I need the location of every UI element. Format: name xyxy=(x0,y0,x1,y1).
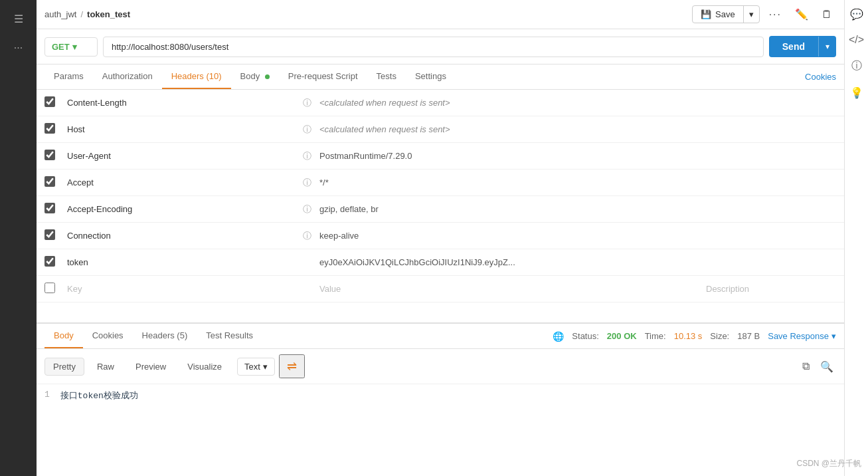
format-tabs: Pretty Raw Preview Visualize Text ▾ ⇌ ⧉ … xyxy=(37,349,844,384)
time-value: 10.13 s xyxy=(674,331,703,341)
response-meta: 🌐 Status: 200 OK Time: 10.13 s Size: 187… xyxy=(553,331,836,342)
comment-panel-icon[interactable]: 💬 xyxy=(847,5,866,23)
header-checkbox-user-agent[interactable] xyxy=(44,150,64,162)
info-icon-content-length: ⓘ xyxy=(297,97,317,109)
watermark: CSDN @兰丹千帆 xyxy=(796,458,861,469)
line-number-1: 1 xyxy=(44,390,50,400)
header-key-connection: Connection xyxy=(64,225,297,246)
headers-table: Content-Length ⓘ <calculated when reques… xyxy=(37,90,844,323)
format-tab-preview[interactable]: Preview xyxy=(127,358,175,376)
size-label: Size: xyxy=(710,331,729,341)
method-select[interactable]: GET ▾ xyxy=(44,37,98,57)
format-tab-visualize[interactable]: Visualize xyxy=(179,358,230,376)
header-value-token: eyJ0eXAiOiJKV1QiLCJhbGciOiJIUzI1NiJ9.eyJ… xyxy=(317,252,836,273)
tab-prerequest[interactable]: Pre-request Script xyxy=(279,64,367,89)
info-icon-accept-encoding: ⓘ xyxy=(297,203,317,215)
topbar: auth_jwt / token_test 💾 Save ▾ ··· ✏️ 🗒 xyxy=(37,0,844,29)
send-label[interactable]: Send xyxy=(769,36,818,57)
line-numbers: 1 xyxy=(44,390,50,471)
search-button[interactable]: 🔍 xyxy=(818,358,836,376)
right-panel: 💬 </> ⓘ 💡 xyxy=(844,0,868,476)
header-row-host: Host ⓘ <calculated when request is sent> xyxy=(37,116,844,143)
edit-icon-button[interactable]: ✏️ xyxy=(791,5,812,23)
response-tab-headers[interactable]: Headers (5) xyxy=(133,324,197,348)
breadcrumb-current: token_test xyxy=(87,9,130,19)
header-checkbox-accept-encoding[interactable] xyxy=(44,203,64,215)
response-tabs: Body Cookies Headers (5) Test Results 🌐 … xyxy=(37,324,844,349)
header-row-empty: Key Value Description xyxy=(37,276,844,302)
save-response-label: Save Response xyxy=(768,331,829,341)
left-sidebar: ☰ ··· xyxy=(0,0,37,476)
send-dropdown-arrow[interactable]: ▾ xyxy=(818,37,836,57)
method-label: GET xyxy=(52,42,70,52)
header-value-empty: Value xyxy=(317,279,703,299)
save-main-area[interactable]: 💾 Save xyxy=(693,6,744,23)
header-value-placeholder[interactable]: Value xyxy=(319,284,341,294)
save-disk-icon: 💾 xyxy=(701,9,711,19)
header-value-accept-encoding: gzip, deflate, br xyxy=(317,199,836,219)
header-key-empty[interactable]: Key xyxy=(64,279,297,299)
body-active-dot xyxy=(265,74,270,79)
breadcrumb-parent: auth_jwt xyxy=(44,9,76,19)
format-tab-pretty[interactable]: Pretty xyxy=(44,358,84,376)
info-panel-icon[interactable]: ⓘ xyxy=(849,57,865,76)
header-checkbox-content-length[interactable] xyxy=(44,96,64,109)
sidebar-dots-icon[interactable]: ··· xyxy=(7,36,31,60)
breadcrumb: auth_jwt / token_test xyxy=(44,9,130,19)
method-arrow: ▾ xyxy=(72,42,77,52)
response-tab-body[interactable]: Body xyxy=(44,324,83,348)
save-button[interactable]: 💾 Save ▾ xyxy=(692,5,760,23)
info-icon-host: ⓘ xyxy=(297,124,317,136)
globe-icon: 🌐 xyxy=(553,331,564,342)
response-body: 1 接口token校验成功 xyxy=(37,384,844,476)
header-value-host: <calculated when request is sent> xyxy=(317,119,836,140)
header-value-user-agent: PostmanRuntime/7.29.0 xyxy=(317,146,836,166)
header-row-connection: Connection ⓘ keep-alive xyxy=(37,223,844,249)
info-icon-user-agent: ⓘ xyxy=(297,150,317,162)
header-row-accept: Accept ⓘ */* xyxy=(37,170,844,196)
header-value-connection: keep-alive xyxy=(317,225,836,246)
url-input[interactable] xyxy=(103,37,764,57)
cookies-button[interactable]: Cookies xyxy=(805,65,836,88)
sidebar-menu-icon[interactable]: ☰ xyxy=(7,7,31,31)
info-icon-accept: ⓘ xyxy=(297,177,317,189)
code-panel-icon[interactable]: </> xyxy=(846,31,867,49)
response-tab-test-results[interactable]: Test Results xyxy=(197,324,262,348)
main-content: auth_jwt / token_test 💾 Save ▾ ··· ✏️ 🗒 … xyxy=(37,0,844,476)
url-bar: GET ▾ Send ▾ xyxy=(37,29,844,64)
text-type-dropdown[interactable]: Text ▾ xyxy=(237,358,275,376)
header-checkbox-connection[interactable] xyxy=(44,229,64,242)
header-key-token: token xyxy=(64,252,297,273)
header-checkbox-host[interactable] xyxy=(44,123,64,136)
topbar-actions: 💾 Save ▾ ··· ✏️ 🗒 xyxy=(692,5,836,23)
tab-headers[interactable]: Headers (10) xyxy=(162,64,231,89)
tab-settings[interactable]: Settings xyxy=(406,64,456,89)
text-type-arrow: ▾ xyxy=(263,362,268,372)
size-value: 187 B xyxy=(737,331,760,341)
save-response-arrow: ▾ xyxy=(831,331,836,341)
save-dropdown-arrow[interactable]: ▾ xyxy=(744,6,759,23)
header-checkbox-token[interactable] xyxy=(44,256,64,269)
response-tab-cookies[interactable]: Cookies xyxy=(83,324,133,348)
response-section: Body Cookies Headers (5) Test Results 🌐 … xyxy=(37,323,844,476)
header-row-token: token eyJ0eXAiOiJKV1QiLCJhbGciOiJIUzI1Ni… xyxy=(37,249,844,276)
header-checkbox-empty[interactable] xyxy=(44,283,64,295)
header-description-empty: Description xyxy=(703,279,836,299)
tab-tests[interactable]: Tests xyxy=(367,64,406,89)
topbar-more-button[interactable]: ··· xyxy=(765,6,786,23)
wrap-button[interactable]: ⇌ xyxy=(279,354,305,378)
lightbulb-panel-icon[interactable]: 💡 xyxy=(847,84,866,102)
copy-button[interactable]: ⧉ xyxy=(800,358,812,376)
info-icon-connection: ⓘ xyxy=(297,230,317,242)
format-tab-raw[interactable]: Raw xyxy=(88,358,123,376)
header-row-content-length: Content-Length ⓘ <calculated when reques… xyxy=(37,90,844,116)
header-key-accept: Accept xyxy=(64,172,297,193)
header-key-user-agent: User-Agent xyxy=(64,146,297,166)
header-checkbox-accept[interactable] xyxy=(44,176,64,189)
send-button[interactable]: Send ▾ xyxy=(769,36,836,57)
save-response-button[interactable]: Save Response ▾ xyxy=(768,331,836,341)
comment-icon-button[interactable]: 🗒 xyxy=(818,6,836,23)
tab-body[interactable]: Body xyxy=(231,64,279,89)
tab-authorization[interactable]: Authorization xyxy=(93,64,162,89)
tab-params[interactable]: Params xyxy=(44,64,93,89)
